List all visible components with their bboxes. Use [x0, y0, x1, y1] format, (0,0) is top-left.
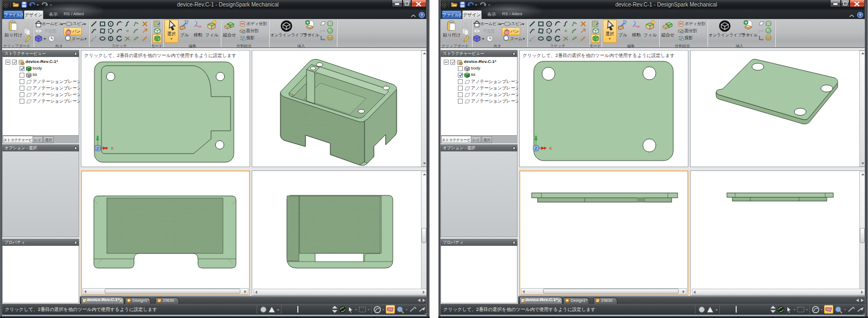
svg-text:X: X: [111, 146, 114, 151]
svg-text:?: ?: [420, 12, 423, 17]
svg-text:X: X: [549, 146, 552, 151]
svg-text:Z: Z: [97, 146, 99, 151]
svg-text:Z: Z: [535, 146, 538, 151]
svg-text:?: ?: [859, 12, 861, 17]
